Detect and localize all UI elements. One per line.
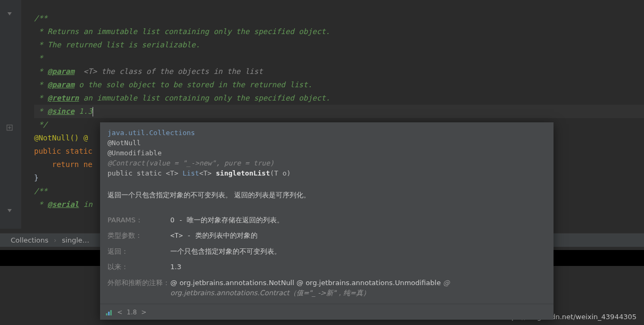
- doc-start: /**: [34, 14, 47, 22]
- doc-params-table: PARAMS：O - 唯一的对象存储在返回的列表。类型参数：<T> - 类的列表…: [108, 212, 546, 301]
- gutter: [0, 0, 21, 229]
- doc-section-label: 外部和推断的注释：: [108, 275, 170, 301]
- fold-icon[interactable]: [6, 207, 13, 213]
- external-annotations: @ org.jetbrains.annotations.NotNull @ or…: [170, 275, 546, 301]
- doc-section-label: 以来：: [108, 259, 170, 275]
- param-tag: @param: [47, 80, 75, 89]
- doc-section-value: 1.3: [170, 259, 546, 275]
- type-link[interactable]: List: [183, 169, 199, 177]
- doc-end: */: [34, 120, 47, 129]
- package-link[interactable]: java.util.Collections: [108, 128, 546, 138]
- jdk-version: 1.8: [127, 309, 137, 316]
- doc-section-label: 类型参数：: [108, 228, 170, 244]
- quick-doc-popup[interactable]: java.util.Collections @NotNull @Unmodifi…: [100, 122, 554, 320]
- since-tag: @since: [47, 107, 75, 115]
- return-tag: @return: [47, 94, 79, 102]
- param-tag: @param: [47, 67, 75, 76]
- svg-rect-1: [106, 313, 108, 315]
- svg-rect-3: [110, 310, 112, 315]
- doc-line: *: [34, 54, 43, 62]
- doc-footer: < 1.8 >: [100, 304, 554, 320]
- doc-description: 返回一个只包含指定对象的不可变列表。 返回的列表是可序列化。: [108, 190, 546, 201]
- text-caret: [93, 107, 93, 116]
- fold-icon[interactable]: [6, 10, 13, 16]
- breadcrumb-item[interactable]: Collections: [11, 236, 48, 244]
- doc-section-label: PARAMS：: [108, 212, 170, 228]
- doc-line: * Returns an immutable list containing o…: [34, 27, 330, 36]
- chevron-right-icon: ›: [54, 236, 56, 244]
- doc-section-value: O - 唯一的对象存储在返回的列表。: [170, 212, 546, 228]
- contract-text: @Contract(value = "_->new", pure = true): [108, 158, 546, 168]
- doc-section-label: 返回：: [108, 244, 170, 260]
- doc-section-value: 一个只包含指定对象的不可变列表。: [170, 244, 546, 260]
- method-signature: public static <T> List<T> singletonList(…: [108, 168, 546, 178]
- nav-prev[interactable]: <: [117, 309, 122, 316]
- serial-tag: @serial: [47, 200, 79, 209]
- annotation-text: @NotNull: [108, 138, 546, 148]
- doc-line: * The returned list is serializable.: [34, 40, 200, 49]
- svg-rect-2: [108, 312, 110, 315]
- annotation-text: @Unmodifiable: [108, 148, 546, 158]
- annotation: @NotNull(): [34, 134, 79, 142]
- nav-next[interactable]: >: [141, 309, 146, 316]
- doc-start: /**: [34, 187, 47, 195]
- doc-section-value: <T> - 类的列表中的对象的: [170, 228, 546, 244]
- library-icon[interactable]: [105, 309, 113, 316]
- breadcrumb-item[interactable]: single…: [62, 236, 89, 244]
- fold-icon[interactable]: [6, 124, 13, 130]
- modifiers: public static: [34, 147, 93, 155]
